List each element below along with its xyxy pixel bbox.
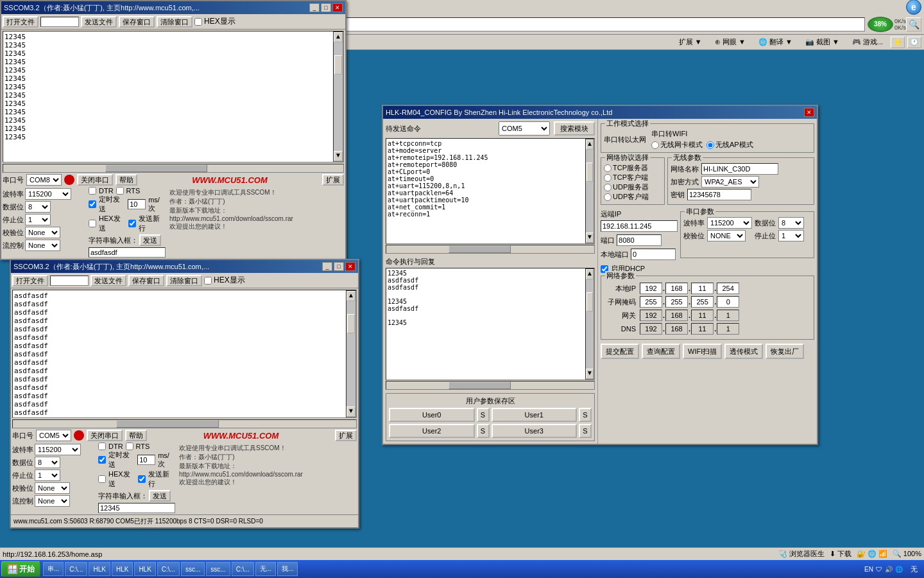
hlk-dns-oct3[interactable] [691,323,714,335]
hlk-serial-baud[interactable]: 115200 [707,217,752,229]
taskbar-item-2[interactable]: HLK [89,562,110,576]
sscom1-hex-send[interactable] [89,220,96,227]
sscom1-help[interactable]: 帮助 [116,174,137,186]
sscom2-ms-input[interactable] [137,455,155,465]
hlk-exec-vscroll[interactable]: ▲ ▼ [585,268,594,380]
taskbar-item-4[interactable]: HLK [134,562,155,576]
hlk-user0-s[interactable]: S [477,408,490,422]
hlk-serial-data[interactable]: 8 [778,217,804,229]
sscom1-save-window[interactable]: 保存窗口 [119,16,155,28]
bookmark-netmon[interactable]: ⊕ 网眼 ▼ [712,37,748,48]
sscom2-close[interactable]: ✕ [345,262,355,271]
hlk-password[interactable] [687,189,751,200]
sscom2-hex-display[interactable] [204,277,212,285]
hlk-submit-config[interactable]: 提交配置 [601,344,639,359]
sscom2-hex-send[interactable] [98,475,106,483]
hlk-remote-ip[interactable] [601,220,678,232]
hlk-subnet-oct4[interactable] [717,296,739,308]
sscom2-send-file[interactable]: 发送文件 [90,275,126,286]
hlk-ip-oct4[interactable] [717,283,739,294]
hlk-cmd-vscroll[interactable]: ▲ ▼ [585,139,594,243]
sscom2-clear-window[interactable]: 清除窗口 [166,275,202,286]
sscom1-maximize[interactable]: □ [321,3,331,12]
hlk-local-port[interactable] [631,249,676,260]
sscom1-send-file[interactable]: 发送文件 [81,16,117,28]
bookmark-game[interactable]: 🎮 游戏... [850,37,886,48]
search-btn[interactable]: 🔍 [906,17,921,31]
sscom2-flow-select[interactable]: None [35,495,70,507]
hlk-ip-oct2[interactable] [665,283,688,294]
hlk-ip-oct3[interactable] [691,283,714,294]
sscom2-input[interactable] [98,503,175,513]
hlk-user2[interactable]: User2 [389,424,475,438]
taskbar-item-7[interactable]: ssc... [206,562,230,576]
sscom2-baud-select[interactable]: 115200 [35,444,81,455]
hlk-port[interactable] [617,234,662,246]
sscom2-rts[interactable] [126,442,133,450]
sscom1-input[interactable] [89,247,166,258]
hlk-network-name[interactable] [701,163,778,175]
sscom2-open-file[interactable]: 打开文件 [12,275,48,286]
sscom1-filename[interactable] [40,17,79,27]
hlk-user2-s[interactable]: S [477,424,490,438]
history-btn[interactable]: 🕐 [907,37,921,48]
hlk-subnet-oct2[interactable] [665,296,688,308]
hlk-wifi-scan[interactable]: WIFI扫描 [683,344,722,359]
hlk-serial-stop[interactable]: 1 [778,230,804,241]
sscom1-minimize[interactable]: _ [309,3,320,12]
hlk-subnet-oct3[interactable] [691,296,714,308]
hlk-gw-oct3[interactable] [691,310,714,321]
taskbar-item-6[interactable]: ssc... [181,562,205,576]
sscom1-send-btn[interactable]: 发送 [139,234,161,246]
sscom1-ms-input[interactable] [128,199,146,209]
sscom2-minimize[interactable]: _ [322,262,332,271]
hlk-user3-s[interactable]: S [579,424,592,438]
hlk-user3[interactable]: User3 [492,424,578,438]
sscom1-baud-select[interactable]: 115200 [25,188,71,200]
taskbar-item-1[interactable]: C:\... [65,562,87,576]
sscom1-stop-select[interactable]: 1 [25,214,51,225]
sscom2-maximize[interactable]: □ [334,262,344,271]
hlk-ip-oct1[interactable] [640,283,662,294]
taskbar-item-10[interactable]: 我... [277,562,298,576]
sscom1-vscroll[interactable]: ▲ ▼ [333,31,343,162]
hlk-serial-parity[interactable]: NONE [707,230,746,241]
taskbar-item-3[interactable]: HLK [112,562,133,576]
hlk-dns-oct4[interactable] [717,323,739,335]
sscom1-newline[interactable] [128,220,136,227]
bookmark-translate[interactable]: 🌐 翻译 ▼ [756,37,795,48]
sscom1-dtr[interactable] [89,187,96,195]
sscom1-data-select[interactable]: 8 [25,201,51,213]
sscom1-com-select[interactable]: COM8 [26,174,62,186]
hlk-subnet-oct1[interactable] [640,296,662,308]
hlk-user0[interactable]: User0 [389,408,475,422]
sscom1-close-port[interactable]: 关闭串口 [77,174,113,186]
hlk-user1-s[interactable]: S [579,408,592,422]
sscom2-parity-select[interactable]: None [35,482,70,494]
sscom2-send-btn[interactable]: 发送 [149,490,171,502]
hlk-comport[interactable]: COM5 [499,121,550,136]
hlk-gw-oct2[interactable] [665,310,688,321]
hlk-user1[interactable]: User1 [492,408,578,422]
hlk-search-btn[interactable]: 搜索模块 [554,121,595,136]
sscom2-timed-send[interactable] [98,456,106,464]
sscom2-filename[interactable] [50,276,89,286]
sscom2-newline[interactable] [138,475,146,483]
sscom2-dtr[interactable] [98,442,106,450]
hlk-dns-oct1[interactable] [640,323,662,335]
sscom1-close[interactable]: ✕ [332,3,343,12]
hlk-encrypt[interactable]: WPA2_AES [701,176,759,188]
sscom1-parity-select[interactable]: None [25,227,60,238]
hlk-passthrough[interactable]: 透传模式 [724,344,763,359]
hlk-gw-oct4[interactable] [717,310,739,321]
sscom2-help[interactable]: 帮助 [125,430,147,441]
sscom2-vscroll[interactable]: ▲ ▼ [346,290,356,417]
sscom2-close-port[interactable]: 关闭串口 [87,430,123,441]
hlk-close[interactable]: ✕ [804,108,814,117]
hlk-dns-oct2[interactable] [665,323,688,335]
sscom1-expand[interactable]: 扩展 [322,174,344,186]
sscom2-stop-select[interactable]: 1 [35,469,60,481]
sscom1-clear-window[interactable]: 清除窗口 [157,16,193,28]
sscom1-flow-select[interactable]: None [25,240,60,251]
hlk-factory-reset[interactable]: 恢复出厂 [766,344,804,359]
